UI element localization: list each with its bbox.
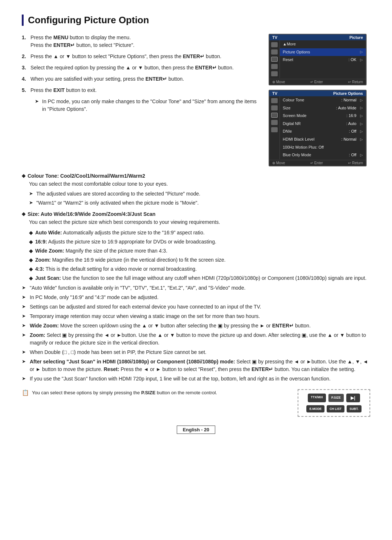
return-label-1: ↩ Return [348,80,363,84]
size-note-6: ➤ Zoom: Select ▣ by pressing the ◄ or ►b… [22,331,370,347]
size-note-text-7: When Double (□ , □) mode has been set in… [30,348,207,356]
bullet-just-scan-text: Just Scan: Use the function to see the f… [35,274,367,282]
next-btn: ▶| [346,394,360,402]
bullet-zoom-text: Zoom: Magnifies the 16:9 wide picture (i… [35,256,225,264]
blue-only-value: : Off ▷ [349,152,363,158]
picture-options-arrow: ▷ [360,49,363,55]
colour-tone-label: Colour Tone [283,97,304,104]
tv-icon-3-active [271,57,278,62]
move-label-2: ⊕ Move [272,161,285,165]
screen-mode-label: Screen Mode [283,113,306,119]
return-label-2: ↩ Return [348,161,363,165]
colour-tone-section-header: ◆ Colour Tone: Cool2/Cool1/Normal/Warm1/… [22,173,370,179]
screen-mode-value: : 16:9 ▷ [346,113,363,119]
diamond-icon-2: ◆ [22,211,25,217]
tv2-row-colour-tone: Colour Tone : Normal ▷ [280,96,366,104]
size-notes: ➤ "Auto Wide" function is available only… [22,284,370,383]
colour-tone-note-2: ➤ "Warm1" or "Warm2" is only activated w… [29,199,370,207]
bullet-wide-zoom-text: Wide Zoom: Magnify the size of the pictu… [35,247,167,255]
size-note-5: ➤ Wide Zoom: Move the screen up/down usi… [22,322,370,330]
picture-options-title: Picture Options [333,91,363,96]
size-bullets: ◆ Auto Wide: Automatically adjusts the p… [29,229,370,282]
enter-keyword-4: ENTER↵ [146,76,167,82]
note-arrow-3: ➤ [29,199,34,207]
size-note-9: ➤ If you use the "Just Scan" function wi… [22,375,370,383]
colour-tone-note-text-2: "Warm1" or "Warm2" is only activated whe… [36,199,199,207]
diamond-icon-1: ◆ [22,173,25,179]
step-4: 4. When you are satisfied with your sett… [22,75,258,83]
steps-list: 1. Press the MENU button to display the … [22,34,258,94]
bullet-diamond-5: ◆ [29,265,33,273]
tv2-row-100hz: 100Hz Motion Plus: Off [280,144,366,152]
size-section-header: ◆ Size: Auto Wide/16:9/Wide Zoom/Zoom/4:… [22,211,370,217]
tv2-row-dnie: DNIe : Off ▷ [280,128,366,136]
tv2-icon-5 [271,127,278,132]
enter-keyword-2: ENTER↵ [183,53,204,59]
colour-tone-note-1: ➤ The adjusted values are stored accordi… [29,190,370,198]
tv-icon-2 [271,49,278,55]
footer-text: English - 20 [177,426,216,434]
tv-box2-header: TV Picture Options [269,90,366,96]
bullet-16-9: ◆ 16:9: Adjusts the picture size to 16:9… [29,238,370,246]
step-num-3: 3. [22,64,28,72]
step-2: 2. Press the ▲ or ▼ button to select "Pi… [22,53,258,60]
tv2-row-hdmi-black: HDMI Black Level : Normal ▷ [280,136,366,144]
step-1: 1. Press the MENU button to display the … [22,34,258,49]
footer: English - 20 [22,426,370,434]
tv-boxes-col: TV Picture ▲More Picture Options [269,34,370,166]
note-sym-8: ➤ [22,358,27,373]
bullet-zoom: ◆ Zoom: Magnifies the 16:9 wide picture … [29,256,370,264]
full-content: ◆ Colour Tone: Cool2/Cool1/Normal/Warm1/… [22,173,370,417]
tv2-row-screen-mode: Screen Mode : 16:9 ▷ [280,112,366,120]
size-note-text-8: After selecting "Just Scan" in HDMI (108… [30,358,370,373]
ttx-mix-btn: TTX/MIX [308,394,326,402]
size-note-1: ➤ "Auto Wide" function is available only… [22,284,370,292]
tv2-icon-4 [271,120,278,125]
exit-keyword: EXIT [53,87,65,93]
subt-btn: SUBT. [347,405,362,412]
tv-label-1: TV [272,35,277,40]
enter-keyword-1: ENTER↵ [53,42,75,48]
100hz-label: 100Hz Motion Plus: Off [283,144,324,151]
size-note-text-1: "Auto Wide" function is available only i… [30,284,245,292]
note-sym-3: ➤ [22,303,27,311]
tv-icon-4 [271,64,278,69]
blue-only-label: Blue Only Mode [283,152,311,158]
hdmi-black-value: : Normal ▷ [341,136,363,143]
step-text-5: Press the EXIT button to exit. [30,86,97,94]
picture-options-label: Picture Options [283,49,310,56]
reset-value: : OK ▷ [348,57,363,63]
bullet-diamond-2: ◆ [29,238,33,246]
dnie-label: DNIe [283,128,292,135]
enter-label-1: ↵ Enter [310,80,323,84]
step-text-3: Select the required option by pressing t… [30,64,234,72]
note-sym-6: ➤ [22,331,27,347]
tv-icon-1 [271,42,278,47]
size-note-text-5: Wide Zoom: Move the screen up/down using… [30,322,311,330]
note-arrow-2: ➤ [29,190,34,198]
size-note-text-4: Temporary image retention may occur when… [30,313,260,320]
picture-menu-title: Picture [350,35,363,40]
size-note-text-2: In PC Mode, only "16:9" and "4:3" mode c… [30,294,159,301]
step-num-2: 2. [22,53,28,60]
size-note-4: ➤ Temporary image retention may occur wh… [22,313,370,320]
bullet-diamond-1: ◆ [29,229,33,237]
psize-btn: P.SIZE [328,394,344,402]
step-text-2: Press the ▲ or ▼ button to select "Pictu… [30,53,221,60]
tv2-icon-2 [271,105,278,110]
bullet-diamond-4: ◆ [29,256,33,264]
note-sym-5: ➤ [22,322,27,330]
size-note-3: ➤ Settings can be adjusted and stored fo… [22,303,370,311]
bullet-just-scan: ◆ Just Scan: Use the function to see the… [29,274,370,282]
tv-box1-menu: ▲More Picture Options ▷ Reset : OK ▷ [280,40,366,78]
step-3: 3. Select the required option by pressin… [22,64,258,72]
tv2-row-blue-only: Blue Only Mode : Off ▷ [280,151,366,159]
size-note-8: ➤ After selecting "Just Scan" in HDMI (1… [22,358,370,373]
psize-section: 📋 You can select these options by simply… [22,389,370,417]
tv-icon-5 [271,71,278,76]
bullet-diamond-3: ◆ [29,247,33,255]
tv-box1-footer: ⊕ Move ↵ Enter ↩ Return [269,79,366,85]
size-note-text-3: Settings can be adjusted and stored for … [30,303,261,311]
page-title: Configuring Picture Option [22,15,370,26]
psize-text-block: 📋 You can select these options by simply… [22,389,292,396]
